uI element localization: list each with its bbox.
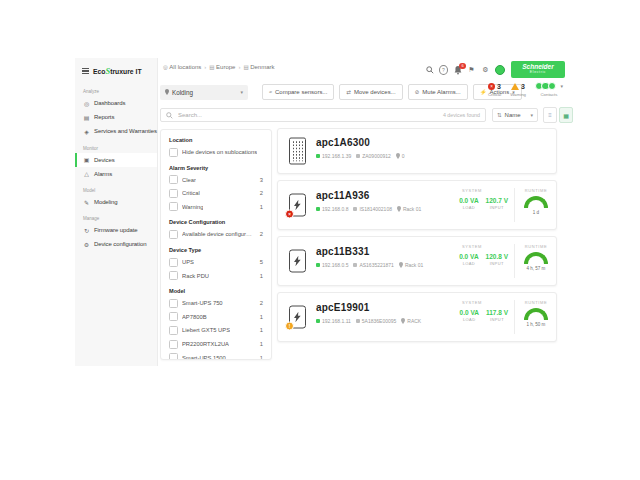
sidebar-item-label: Device configuration bbox=[94, 241, 146, 247]
filter-option-label: Hide devices on sublocations bbox=[182, 149, 257, 155]
device-meta-text: 192.168.0.8 bbox=[322, 206, 348, 212]
location-filter-dropdown[interactable]: Kolding ▾ bbox=[160, 85, 248, 100]
mute-alarms-button[interactable]: ⊘Mute Alarms... bbox=[408, 84, 468, 100]
filter-option-clear[interactable]: Clear3 bbox=[169, 175, 263, 184]
checkbox[interactable] bbox=[169, 340, 178, 349]
filter-option-warning[interactable]: Warning1 bbox=[169, 202, 263, 211]
checkbox[interactable] bbox=[169, 271, 178, 280]
checkbox[interactable] bbox=[169, 326, 178, 335]
runtime-gauge-icon bbox=[524, 196, 548, 208]
filter-option-critical[interactable]: Critical2 bbox=[169, 189, 263, 198]
checkbox[interactable] bbox=[169, 175, 178, 184]
compare-sensors-button[interactable]: ≈Compare sensors... bbox=[262, 84, 334, 100]
move-devices-button[interactable]: ⇄Move devices... bbox=[339, 84, 402, 100]
filter-option-smart-ups-1500[interactable]: Smart-UPS 15001 bbox=[169, 353, 263, 360]
critical-status[interactable]: ×3 Critical bbox=[488, 82, 501, 97]
help-icon[interactable]: ? bbox=[439, 66, 448, 75]
breadcrumb-label: Denmark bbox=[250, 64, 274, 70]
sort-value: Name bbox=[505, 112, 528, 118]
sidebar-item-firmware-update[interactable]: ↻Firmware update bbox=[75, 223, 157, 237]
breadcrumb-item-europe[interactable]: ▤ Europe bbox=[209, 64, 235, 70]
sidebar-item-alarms[interactable]: △Alarms bbox=[75, 167, 157, 181]
runtime-gauge-icon bbox=[524, 308, 548, 320]
warning-badge-icon: ! bbox=[285, 322, 294, 331]
sidebar-item-services-and-warranties[interactable]: ◈Services and Warranties bbox=[75, 124, 157, 138]
filter-option-smart-ups-750[interactable]: Smart-UPS 7502 bbox=[169, 299, 263, 308]
search-input[interactable] bbox=[176, 111, 440, 119]
search-icon[interactable] bbox=[425, 66, 434, 75]
serial-icon bbox=[356, 319, 360, 323]
sidebar-item-modeling[interactable]: ✎Modeling bbox=[75, 195, 157, 209]
input-value: 120.8 V bbox=[486, 253, 508, 260]
feedback-flag-icon[interactable]: ⚑ bbox=[467, 66, 476, 75]
sidebar-item-devices[interactable]: ▣Devices bbox=[75, 153, 157, 167]
checkbox[interactable] bbox=[169, 312, 178, 321]
device-meta-text: Rack 01 bbox=[405, 262, 423, 268]
device-card-apc11a936[interactable]: ×apc11A936192.168.0.8IS1814002108Rack 01… bbox=[277, 180, 557, 230]
runtime-section: RUNTIME4 h, 57 m bbox=[518, 244, 554, 271]
filter-option-ap7800b[interactable]: AP7800B1 bbox=[169, 312, 263, 321]
breadcrumb: ◎ All locations›▤ Europe›▤ Denmark bbox=[163, 64, 275, 70]
device-name: apc11B331 bbox=[316, 246, 370, 257]
nic-icon bbox=[316, 207, 320, 211]
filter-group-title: Location bbox=[169, 137, 263, 143]
filter-option-ups[interactable]: UPS5 bbox=[169, 258, 263, 267]
breadcrumb-item-denmark[interactable]: ▤ Denmark bbox=[243, 64, 274, 70]
checkbox[interactable] bbox=[169, 230, 178, 239]
filter-option-label: Critical bbox=[182, 190, 200, 196]
sidebar-item-device-configuration[interactable]: ⚙Device configuration bbox=[75, 237, 157, 251]
sort-dropdown[interactable]: ⇅ Name ▾ bbox=[492, 108, 538, 122]
filter-option-count: 2 bbox=[257, 231, 263, 237]
filter-option-hide-devices-on-sublocations[interactable]: Hide devices on sublocations bbox=[169, 148, 263, 157]
ups-icon: × bbox=[289, 194, 306, 217]
filter-option-pr2200rtxl2ua[interactable]: PR2200RTXL2UA1 bbox=[169, 340, 263, 349]
card-view-button[interactable]: ▦ bbox=[559, 107, 573, 123]
device-name: apc1A6300 bbox=[316, 137, 370, 148]
ups-icon: ! bbox=[289, 306, 306, 329]
filter-option-count: 2 bbox=[257, 190, 263, 196]
breadcrumb-item-all-locations[interactable]: ◎ All locations bbox=[163, 64, 201, 70]
settings-gear-icon[interactable]: ⚙ bbox=[481, 66, 490, 75]
checkbox[interactable] bbox=[169, 189, 178, 198]
button-label: Move devices... bbox=[354, 89, 396, 95]
device-meta-item: AS1635221871 bbox=[353, 262, 393, 268]
notifications-bell-icon[interactable]: 6 bbox=[453, 66, 462, 75]
sidebar-item-label: Dashboards bbox=[94, 100, 125, 106]
system-label: SYSTEM bbox=[436, 300, 508, 305]
filter-option-available-device-configurations[interactable]: Available device configurations2 bbox=[169, 230, 263, 239]
dashboards-icon: ◎ bbox=[83, 100, 90, 107]
sidebar-item-label: Alarms bbox=[94, 171, 112, 177]
input-reading: 117.8 VINPUT bbox=[486, 309, 508, 323]
list-view-button[interactable]: ≡ bbox=[543, 107, 557, 123]
device-meta-item: RACK bbox=[401, 318, 421, 324]
pin-icon bbox=[399, 262, 403, 268]
load-reading: 0.0 VALOAD bbox=[459, 253, 478, 267]
chevron-down-icon[interactable]: ▾ bbox=[560, 83, 563, 89]
services-icon: ◈ bbox=[83, 128, 90, 135]
device-card-apc11b331[interactable]: apc11B331192.168.0.5AS1635221871Rack 01S… bbox=[277, 236, 557, 286]
sidebar-item-label: Reports bbox=[94, 114, 114, 120]
location-filter-value: Kolding bbox=[172, 89, 237, 96]
search-field[interactable]: 4 devices found bbox=[160, 108, 486, 122]
sidebar-item-reports[interactable]: ▤Reports bbox=[75, 110, 157, 124]
sidebar-item-dashboards[interactable]: ◎Dashboards bbox=[75, 96, 157, 110]
checkbox[interactable] bbox=[169, 299, 178, 308]
filter-option-liebert-gxt5-ups[interactable]: Liebert GXT5 UPS1 bbox=[169, 326, 263, 335]
warning-status[interactable]: 3 Warning bbox=[510, 82, 526, 97]
serial-icon bbox=[356, 154, 360, 158]
device-meta: 192.168.1.115A1836E00095RACK bbox=[316, 318, 421, 324]
device-card-apc1a6300[interactable]: apc1A6300192.168.1.39ZA090009120 bbox=[277, 128, 557, 174]
device-card-apce19901[interactable]: !apcE19901192.168.1.115A1836E00095RACKSY… bbox=[277, 292, 557, 342]
menu-icon[interactable] bbox=[82, 68, 89, 75]
contacts-status[interactable]: ▾ Contacts bbox=[535, 82, 563, 97]
reports-icon: ▤ bbox=[83, 114, 90, 121]
filter-group-location: LocationHide devices on sublocations bbox=[169, 137, 263, 157]
checkbox[interactable] bbox=[169, 202, 178, 211]
checkbox[interactable] bbox=[169, 148, 178, 157]
actions-icon: ⚡ bbox=[480, 89, 487, 95]
runtime-section: RUNTIME1 h, 50 m bbox=[518, 300, 554, 327]
filter-option-rack-pdu[interactable]: Rack PDU1 bbox=[169, 271, 263, 280]
checkbox[interactable] bbox=[169, 258, 178, 267]
checkbox[interactable] bbox=[169, 353, 178, 360]
user-avatar[interactable] bbox=[495, 65, 505, 75]
